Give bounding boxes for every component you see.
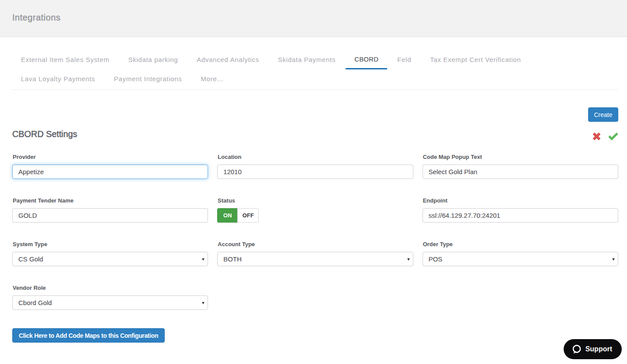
tab-advanced-analytics[interactable]: Advanced Analytics (188, 50, 268, 69)
code-map-popup-text-input[interactable] (423, 165, 618, 179)
settings-header: CBORD Settings (12, 129, 618, 141)
confirm-check-icon[interactable] (608, 132, 618, 141)
tab-cbord[interactable]: CBORD (346, 50, 387, 69)
status-off-button[interactable]: OFF (237, 208, 259, 223)
create-button[interactable]: Create (588, 107, 618, 122)
cbord-settings-form: Provider Location Code Map Popup Text Pa… (12, 154, 618, 310)
tab-lava-loyalty-payments[interactable]: Lava Loyalty Payments (12, 69, 104, 89)
status-on-button[interactable]: ON (217, 208, 237, 223)
settings-actions (592, 132, 618, 141)
tab-bar: External Item Sales System Skidata parki… (12, 50, 618, 90)
page-title: Integrations (12, 13, 61, 23)
endpoint-label: Endpoint (423, 198, 618, 204)
system-type-select[interactable]: CS Gold (12, 252, 208, 266)
code-map-popup-text-label: Code Map Popup Text (423, 154, 618, 160)
main-content: Create CBORD Settings Provider Location … (0, 107, 627, 343)
create-row: Create (12, 107, 618, 122)
cancel-x-icon[interactable] (592, 132, 601, 141)
field-code-map-popup-text: Code Map Popup Text (423, 154, 618, 179)
field-order-type: Order Type POS (423, 241, 618, 266)
status-toggle: ON OFF (217, 208, 259, 223)
field-provider: Provider (12, 154, 208, 179)
tab-skidata-parking[interactable]: Skidata parking (119, 50, 187, 69)
system-type-label: System Type (13, 241, 208, 247)
field-location: Location (217, 154, 413, 179)
endpoint-input[interactable] (423, 208, 618, 223)
field-payment-tender-name: Payment Tender Name (12, 198, 208, 223)
order-type-selectwrap: POS (423, 252, 618, 266)
field-status: Status ON OFF (217, 198, 413, 223)
account-type-selectwrap: BOTH (217, 252, 413, 266)
order-type-select[interactable]: POS (423, 252, 618, 266)
payment-tender-name-input[interactable] (12, 208, 208, 223)
support-launcher[interactable]: Support (564, 339, 622, 359)
tab-tax-exempt-cert-verification[interactable]: Tax Exempt Cert Verification (421, 50, 530, 69)
account-type-select[interactable]: BOTH (217, 252, 413, 266)
add-code-maps-button[interactable]: Click Here to Add Code Maps to this Conf… (12, 328, 165, 343)
tab-skidata-payments[interactable]: Skidata Payments (269, 50, 344, 69)
vendor-role-selectwrap: Cbord Gold (12, 295, 208, 310)
support-label: Support (585, 345, 612, 353)
provider-label: Provider (13, 154, 208, 160)
field-endpoint: Endpoint (423, 198, 618, 223)
tab-feld[interactable]: Feld (388, 50, 420, 69)
field-system-type: System Type CS Gold (12, 241, 208, 266)
field-vendor-role: Vendor Role Cbord Gold (12, 285, 208, 310)
status-label: Status (218, 198, 413, 204)
settings-title: CBORD Settings (12, 129, 77, 139)
location-label: Location (218, 154, 413, 160)
chat-bubble-icon (572, 344, 581, 354)
tab-more[interactable]: More... (192, 69, 232, 89)
order-type-label: Order Type (423, 241, 618, 247)
provider-input[interactable] (12, 165, 208, 179)
tab-external-item-sales-system[interactable]: External Item Sales System (12, 50, 118, 69)
page-header: Integrations (0, 0, 627, 37)
system-type-selectwrap: CS Gold (12, 252, 208, 266)
vendor-role-label: Vendor Role (13, 285, 208, 291)
account-type-label: Account Type (218, 241, 413, 247)
payment-tender-name-label: Payment Tender Name (13, 198, 208, 204)
vendor-role-select[interactable]: Cbord Gold (12, 295, 208, 310)
location-input[interactable] (217, 165, 413, 179)
field-account-type: Account Type BOTH (217, 241, 413, 266)
tab-payment-integrations[interactable]: Payment Integrations (105, 69, 191, 89)
